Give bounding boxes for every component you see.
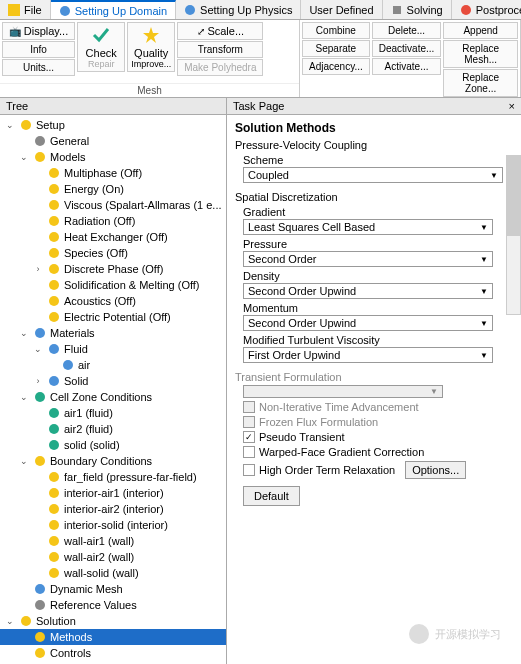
tree-toggle-icon[interactable]: ⌄ (4, 616, 16, 626)
tree-item-general[interactable]: General (0, 133, 226, 149)
scale-button[interactable]: ⤢ Scale... (177, 22, 263, 40)
append-button[interactable]: Append (443, 22, 518, 39)
tree-label: Models (50, 151, 85, 163)
star-icon (141, 25, 161, 45)
tree-item-dynamic-mesh[interactable]: Dynamic Mesh (0, 581, 226, 597)
pressure-label: Pressure (243, 238, 513, 250)
svg-point-27 (35, 456, 45, 466)
tree-toggle-icon[interactable]: ⌄ (18, 392, 30, 402)
svg-point-2 (185, 5, 195, 15)
spatial-label: Spatial Discretization (235, 191, 513, 203)
activate-button[interactable]: Activate... (372, 58, 442, 75)
deactivate-button[interactable]: Deactivate... (372, 40, 442, 57)
tree-item-multiphase[interactable]: Multiphase (Off) (0, 165, 226, 181)
warped-checkbox[interactable] (243, 446, 255, 458)
svg-point-1 (60, 6, 70, 16)
scrollbar[interactable] (506, 155, 521, 315)
tree-item-radiation[interactable]: Radiation (Off) (0, 213, 226, 229)
improve-button[interactable]: Improve... (131, 59, 171, 69)
tree-item-materials[interactable]: ⌄Materials (0, 325, 226, 341)
tree-toggle-icon[interactable]: › (32, 264, 44, 274)
tab-post[interactable]: Postprocessi (452, 0, 521, 19)
tab-physics[interactable]: Setting Up Physics (176, 0, 301, 19)
main-tabs: File Setting Up Domain Setting Up Physic… (0, 0, 521, 20)
tree[interactable]: ⌄SetupGeneral⌄ModelsMultiphase (Off)Ener… (0, 115, 226, 664)
tree-item-solution[interactable]: ⌄Solution (0, 613, 226, 629)
pseudo-checkbox[interactable]: ✓ (243, 431, 255, 443)
tree-item-fluid[interactable]: ⌄Fluid (0, 341, 226, 357)
tree-item-solid-solid[interactable]: solid (solid) (0, 437, 226, 453)
tree-toggle-icon[interactable]: ⌄ (18, 456, 30, 466)
tree-item-air[interactable]: air (0, 357, 226, 373)
tree-item-air1-fluid[interactable]: air1 (fluid) (0, 405, 226, 421)
tree-item-electric[interactable]: Electric Potential (Off) (0, 309, 226, 325)
pressure-dropdown[interactable]: Second Order▼ (243, 251, 493, 267)
momentum-dropdown[interactable]: Second Order Upwind▼ (243, 315, 493, 331)
tree-item-far-field[interactable]: far_field (pressure-far-field) (0, 469, 226, 485)
close-icon[interactable]: × (509, 100, 515, 112)
tree-toggle-icon[interactable]: ⌄ (18, 328, 30, 338)
tree-item-methods[interactable]: Methods (0, 629, 226, 645)
tab-domain[interactable]: Setting Up Domain (51, 0, 176, 19)
tree-item-interior-air2[interactable]: interior-air2 (interior) (0, 501, 226, 517)
#f5c518-icon (47, 550, 61, 564)
tree-item-wall-air2[interactable]: wall-air2 (wall) (0, 549, 226, 565)
frozen-flux-checkbox (243, 416, 255, 428)
tree-item-acoustics[interactable]: Acoustics (Off) (0, 293, 226, 309)
delete-button[interactable]: Delete... (372, 22, 442, 39)
tree-toggle-icon[interactable]: ⌄ (32, 344, 44, 354)
transform-button[interactable]: Transform (177, 41, 263, 58)
tree-item-heat-exchanger[interactable]: Heat Exchanger (Off) (0, 229, 226, 245)
tree-item-solid[interactable]: ›Solid (0, 373, 226, 389)
tree-label: Discrete Phase (Off) (64, 263, 163, 275)
tree-item-controls[interactable]: Controls (0, 645, 226, 661)
tree-panel: Tree ⌄SetupGeneral⌄ModelsMultiphase (Off… (0, 98, 227, 664)
svg-point-21 (63, 360, 73, 370)
tab-user[interactable]: User Defined (301, 0, 382, 19)
tree-item-boundary[interactable]: ⌄Boundary Conditions (0, 453, 226, 469)
tree-toggle-icon[interactable]: › (32, 376, 44, 386)
#f5c518-icon (47, 278, 61, 292)
display-button[interactable]: 📺 Display... (2, 22, 75, 40)
tree-item-wall-solid[interactable]: wall-solid (wall) (0, 565, 226, 581)
tree-toggle-icon[interactable]: ⌄ (4, 120, 16, 130)
tree-item-solidification[interactable]: Solidification & Melting (Off) (0, 277, 226, 293)
#f5c518-icon (47, 310, 61, 324)
info-button[interactable]: Info (2, 41, 75, 58)
tree-item-setup[interactable]: ⌄Setup (0, 117, 226, 133)
scroll-thumb[interactable] (507, 156, 520, 236)
mtv-dropdown[interactable]: First Order Upwind▼ (243, 347, 493, 363)
default-button[interactable]: Default (243, 486, 300, 506)
tree-item-species[interactable]: Species (Off) (0, 245, 226, 261)
check-button[interactable]: Check Repair (77, 22, 125, 72)
#f5c518-icon (47, 246, 61, 260)
tab-solving[interactable]: Solving (383, 0, 452, 19)
tree-item-models[interactable]: ⌄Models (0, 149, 226, 165)
options-button[interactable]: Options... (405, 461, 466, 479)
quality-button[interactable]: Quality Improve... (127, 22, 175, 72)
tab-file[interactable]: File (0, 0, 51, 19)
tree-item-interior-air1[interactable]: interior-air1 (interior) (0, 485, 226, 501)
separate-button[interactable]: Separate (302, 40, 370, 57)
tree-item-energy[interactable]: Energy (On) (0, 181, 226, 197)
tree-item-reference[interactable]: Reference Values (0, 597, 226, 613)
adjacency-button[interactable]: Adjacency... (302, 58, 370, 75)
tree-item-discrete-phase[interactable]: ›Discrete Phase (Off) (0, 261, 226, 277)
tree-toggle-icon[interactable]: ⌄ (18, 152, 30, 162)
ribbon: 📺 Display... Info Units... Check Repair … (0, 20, 521, 98)
gradient-dropdown[interactable]: Least Squares Cell Based▼ (243, 219, 493, 235)
tree-item-air2-fluid[interactable]: air2 (fluid) (0, 421, 226, 437)
units-button[interactable]: Units... (2, 59, 75, 76)
scheme-dropdown[interactable]: Coupled▼ (243, 167, 503, 183)
tree-item-cell-zones[interactable]: ⌄Cell Zone Conditions (0, 389, 226, 405)
replace-mesh-button[interactable]: Replace Mesh... (443, 40, 518, 68)
tree-item-interior-solid[interactable]: interior-solid (interior) (0, 517, 226, 533)
density-dropdown[interactable]: Second Order Upwind▼ (243, 283, 493, 299)
high-order-checkbox[interactable] (243, 464, 255, 476)
tree-item-viscous[interactable]: Viscous (Spalart-Allmaras (1 e... (0, 197, 226, 213)
tree-item-wall-air1[interactable]: wall-air1 (wall) (0, 533, 226, 549)
replace-zone-button[interactable]: Replace Zone... (443, 69, 518, 97)
main-area: Tree ⌄SetupGeneral⌄ModelsMultiphase (Off… (0, 98, 521, 664)
svg-point-13 (49, 232, 59, 242)
combine-button[interactable]: Combine (302, 22, 370, 39)
